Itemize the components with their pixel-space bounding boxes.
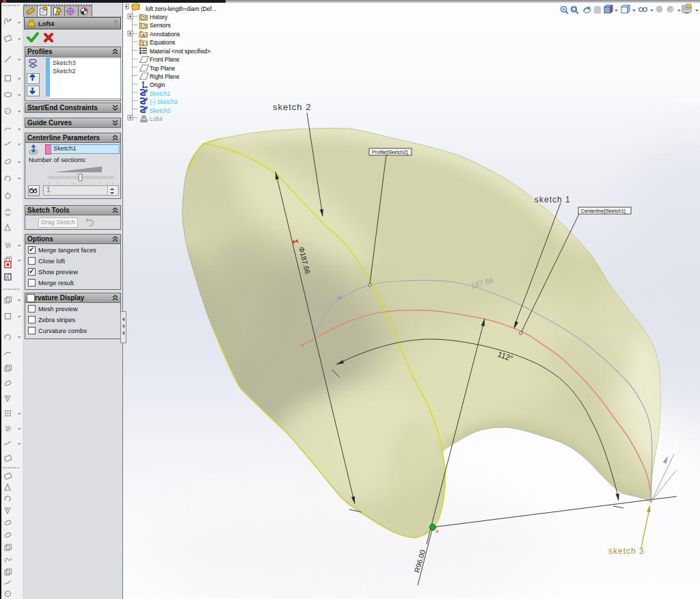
svg-text:Sketch3: Sketch3 (150, 107, 171, 114)
svg-text:sketch 1: sketch 1 (535, 195, 571, 204)
svg-text:A: A (142, 33, 146, 38)
svg-text:History: History (150, 14, 168, 21)
svg-text:Top Plane: Top Plane (150, 65, 176, 72)
svg-text:Loft4: Loft4 (150, 116, 163, 122)
svg-text:Sketch1: Sketch1 (150, 90, 171, 97)
svg-text:(-) Sketch2: (-) Sketch2 (150, 98, 178, 105)
svg-text:Right Plane: Right Plane (150, 73, 180, 80)
svg-text:sketch 3: sketch 3 (608, 546, 645, 556)
svg-text:Origin: Origin (150, 81, 165, 88)
svg-text:Profile[Sketch2]: Profile[Sketch2] (372, 149, 408, 155)
svg-text:loft zero-length=diam (Def...: loft zero-length=diam (Def... (146, 5, 217, 12)
svg-text:Sensors: Sensors (150, 22, 171, 29)
svg-text:Material <not specified>: Material <not specified> (150, 48, 211, 55)
svg-text:Centerline[Sketch1]: Centerline[Sketch1] (581, 208, 625, 214)
svg-text:Σ: Σ (142, 41, 145, 46)
svg-text:Equations: Equations (150, 39, 175, 46)
svg-text:Front Plane: Front Plane (150, 56, 180, 63)
svg-text:Annotations: Annotations (150, 31, 180, 38)
